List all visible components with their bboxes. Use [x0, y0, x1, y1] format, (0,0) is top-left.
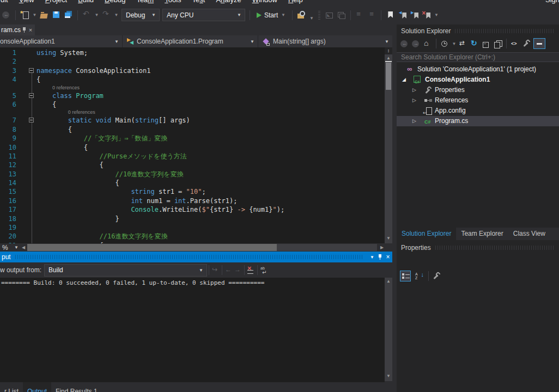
- alphabetical-icon[interactable]: [414, 271, 425, 281]
- menu-item-tools[interactable]: Tools: [159, 0, 186, 5]
- scroll-up-icon[interactable]: ▲: [385, 279, 392, 284]
- new-item-icon[interactable]: [20, 10, 29, 20]
- show-all-icon[interactable]: [493, 39, 502, 48]
- editor-tab-program-cs[interactable]: ram.cs ×: [0, 24, 35, 35]
- chevron-down-icon[interactable]: ▼: [94, 13, 99, 17]
- scroll-down-icon[interactable]: ▼: [385, 236, 392, 241]
- tab-solution-explorer[interactable]: Solution Explorer: [397, 228, 456, 240]
- close-icon[interactable]: ×: [27, 27, 34, 33]
- menu-item-test[interactable]: Test: [187, 0, 211, 5]
- window-position-icon[interactable]: ▼: [368, 255, 376, 260]
- tool-tab-r-list[interactable]: r List: [0, 382, 23, 392]
- copy-frame-icon[interactable]: [337, 10, 346, 20]
- code-line-7[interactable]: 7 static void Main(string[] args): [0, 116, 385, 125]
- tab-class-view[interactable]: Class View: [508, 228, 550, 240]
- open-folder-icon[interactable]: [40, 10, 49, 20]
- scroll-down-icon[interactable]: ▼: [385, 373, 392, 378]
- find-in-files-icon[interactable]: [297, 10, 306, 20]
- property-pages-icon[interactable]: [432, 272, 441, 281]
- tool-tab-output[interactable]: Output: [23, 382, 51, 392]
- undo-icon[interactable]: [82, 10, 92, 20]
- menu-item-analyze[interactable]: Analyze: [210, 0, 246, 5]
- menu-item-window[interactable]: Window: [247, 0, 283, 5]
- bookmark-prev-icon[interactable]: [398, 10, 407, 20]
- tab-team-explorer[interactable]: Team Explorer: [456, 228, 508, 240]
- indent-increase-icon[interactable]: [367, 10, 376, 20]
- code-line-15[interactable]: 15 string str1 = "10";: [0, 187, 385, 196]
- editor-vertical-scrollbar[interactable]: ↕ ▲ ▼: [385, 47, 392, 243]
- expand-icon[interactable]: ▷: [412, 85, 416, 95]
- pin-icon[interactable]: [376, 253, 384, 261]
- tree-item-properties[interactable]: ▷Properties: [397, 85, 559, 95]
- code-line-12[interactable]: 12 {: [0, 161, 385, 169]
- chevron-down-icon[interactable]: ▼: [114, 13, 119, 17]
- menu-item-build[interactable]: Build: [72, 0, 99, 5]
- next-message-icon[interactable]: [233, 266, 242, 275]
- output-content[interactable]: ======== Build: 0 succeeded, 0 failed, 1…: [0, 278, 385, 382]
- categorized-icon[interactable]: [400, 271, 411, 281]
- nav-frame-icon[interactable]: [325, 10, 334, 20]
- code-line-4[interactable]: 4{: [0, 75, 385, 84]
- code-line-5[interactable]: 5 class Program: [0, 91, 385, 100]
- tree-item-references[interactable]: ▷References: [397, 95, 559, 106]
- menu-item-help[interactable]: Help: [283, 0, 308, 5]
- home-icon[interactable]: [423, 39, 432, 48]
- code-line-13[interactable]: 13 //10進数文字列を変換: [0, 170, 385, 179]
- se-back-icon[interactable]: [400, 39, 409, 48]
- zoom-dropdown[interactable]: % ▼: [0, 243, 19, 252]
- previous-message-icon[interactable]: [224, 266, 233, 275]
- codelens-references-link[interactable]: 0 references: [52, 84, 80, 91]
- sync-icon[interactable]: [459, 39, 468, 48]
- wrench-icon[interactable]: [522, 39, 531, 48]
- code-line-17[interactable]: 17 Console.WriteLine($"{str1} -> {num1}"…: [0, 205, 385, 214]
- toolbar-grip[interactable]: [318, 11, 320, 20]
- scrollbar-track[interactable]: [27, 244, 377, 251]
- scrollbar-thumb[interactable]: [386, 63, 391, 90]
- bookmark-next-icon[interactable]: [410, 10, 419, 20]
- clock-icon[interactable]: [440, 39, 449, 48]
- output-source-dropdown[interactable]: Build ▼: [44, 264, 207, 277]
- chevron-down-icon[interactable]: ▼: [32, 13, 37, 17]
- clear-all-icon[interactable]: [246, 266, 256, 275]
- properties-titlebar[interactable]: Properties: [397, 244, 559, 252]
- code-line-9[interactable]: 9 //「文字列」⇒「数値」変換: [0, 134, 385, 143]
- codelens-references-link[interactable]: 0 references: [68, 109, 95, 116]
- output-panel-titlebar[interactable]: put ▼ ×: [0, 252, 392, 262]
- scroll-up-icon[interactable]: ▲: [385, 56, 392, 60]
- collapse-icon[interactable]: ◢: [402, 75, 406, 85]
- fold-collapse-icon[interactable]: [29, 93, 34, 98]
- code-line-1[interactable]: 1using System;: [0, 48, 385, 57]
- nav-type-dropdown[interactable]: ConsoleApplication1.Program ▼: [123, 35, 258, 47]
- code-line-11[interactable]: 11 //Purseメソッドを使う方法: [0, 152, 385, 161]
- menu-item-dit[interactable]: dit: [0, 0, 14, 5]
- preview-icon[interactable]: [533, 38, 545, 49]
- code-line-8[interactable]: 8 {: [0, 125, 385, 134]
- chevron-down-icon[interactable]: ▼: [452, 41, 457, 46]
- start-button[interactable]: Start▼: [254, 9, 288, 21]
- fold-collapse-icon[interactable]: [29, 68, 34, 73]
- word-wrap-icon[interactable]: [259, 266, 269, 275]
- code-line-2[interactable]: 2: [0, 57, 385, 66]
- redo-icon[interactable]: [102, 10, 111, 20]
- split-editor-handle[interactable]: ↕: [385, 47, 392, 55]
- menu-item-team[interactable]: Team: [131, 0, 159, 5]
- pin-icon[interactable]: [21, 26, 27, 34]
- chevron-down-icon[interactable]: ▼: [309, 16, 314, 21]
- goto-message-icon[interactable]: [211, 266, 220, 275]
- expand-icon[interactable]: ▷: [412, 116, 416, 126]
- scroll-left-icon[interactable]: ◀: [20, 245, 27, 250]
- platform-dropdown[interactable]: Any CPU▼: [162, 9, 245, 21]
- indent-decrease-icon[interactable]: [355, 10, 364, 20]
- tree-item-solution-consoleapplication1-1-project-[interactable]: Solution 'ConsoleApplication1' (1 projec…: [397, 64, 559, 75]
- menu-item-view[interactable]: View: [14, 0, 40, 5]
- debug-config-dropdown[interactable]: Debug▼: [121, 9, 160, 21]
- menu-item-debug[interactable]: Debug: [99, 0, 131, 5]
- bookmark-icon[interactable]: [386, 10, 395, 20]
- output-vertical-scrollbar[interactable]: ▲ ▼: [385, 278, 392, 381]
- solution-explorer-search[interactable]: Search Solution Explorer (Ctrl+:): [397, 52, 559, 62]
- code-editor[interactable]: 1using System;23namespace ConsoleApplica…: [0, 47, 385, 243]
- code-line-20[interactable]: 20 //16進数文字列を変換: [0, 232, 385, 241]
- sign-in-link[interactable]: Sign i: [545, 0, 559, 5]
- expand-icon[interactable]: ▷: [412, 95, 416, 106]
- code-line-6[interactable]: 6 {: [0, 100, 385, 109]
